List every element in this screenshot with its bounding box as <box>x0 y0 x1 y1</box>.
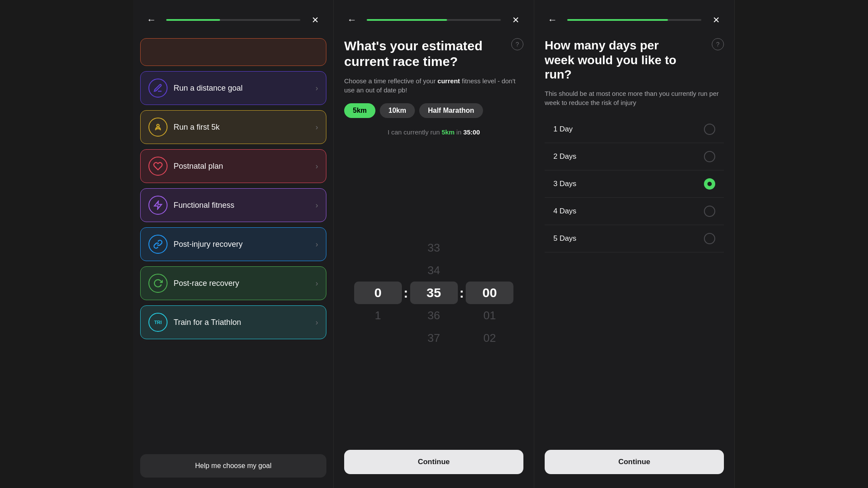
tri-text: TRI <box>154 320 162 325</box>
goal-label-triathlon: Train for a Triathlon <box>174 318 316 327</box>
help-choose-button[interactable]: Help me choose my goal <box>140 454 326 478</box>
goals-list: Run a distance goal › Run a first 5k › P… <box>133 35 333 451</box>
panel3-subtitle: This should be at most once more than yo… <box>545 89 724 107</box>
sec-below1: 01 <box>466 304 513 327</box>
subtitle-pre: Choose a time reflective of your <box>344 77 437 85</box>
radio-3[interactable] <box>704 178 715 190</box>
panel-goals: ← ✕ Run a distance goal › <box>133 0 334 488</box>
close-button-2[interactable]: ✕ <box>508 12 523 28</box>
chevron-injury: › <box>316 240 318 249</box>
top-bar-1: ← ✕ <box>133 0 333 35</box>
back-button-1[interactable]: ← <box>144 12 159 28</box>
current-pre: I can currently run <box>388 128 441 136</box>
goal-label-injury: Post-injury recovery <box>174 240 316 249</box>
help-icon-2[interactable]: ? <box>511 38 523 50</box>
panel2-subtitle: Choose a time reflective of your current… <box>344 76 523 95</box>
chevron-triathlon: › <box>316 318 318 327</box>
day-item-2[interactable]: 2 Days <box>545 143 724 170</box>
day-item-4[interactable]: 4 Days <box>545 198 724 225</box>
chevron-recovery: › <box>316 279 318 288</box>
day-item-3[interactable]: 3 Days <box>545 170 724 198</box>
current-time-display: I can currently run 5km in 35:00 <box>344 128 523 136</box>
radio-4[interactable] <box>704 206 715 217</box>
goal-item-postnatal[interactable]: Postnatal plan › <box>140 149 326 183</box>
svg-marker-1 <box>155 201 162 209</box>
tab-5km[interactable]: 5km <box>344 103 375 118</box>
min-below2: 37 <box>410 327 458 349</box>
goal-label-distance: Run a distance goal <box>174 84 316 93</box>
day-label-1: 1 Day <box>553 125 572 134</box>
radio-2[interactable] <box>704 151 715 162</box>
continue-button-3[interactable]: Continue <box>545 450 724 474</box>
chevron-5k: › <box>316 123 318 132</box>
chevron-distance: › <box>316 84 318 93</box>
close-button-3[interactable]: ✕ <box>708 12 724 28</box>
goal-icon-distance <box>148 79 168 98</box>
day-label-2: 2 Days <box>553 152 576 161</box>
back-icon-2: ← <box>347 14 357 26</box>
time-picker: 0 1 : 33 34 35 36 37 : 00 01 02 <box>344 143 523 443</box>
hour-above <box>354 259 402 282</box>
day-item-5[interactable]: 5 Days <box>545 225 724 252</box>
panel-race-time: ← ✕ What's your estimated current race t… <box>334 0 534 488</box>
panel3-header: How many days per week would you like to… <box>545 38 724 89</box>
top-bar-3: ← ✕ <box>534 0 734 35</box>
progress-fill-3 <box>567 19 668 21</box>
goal-icon-postnatal <box>148 157 168 176</box>
close-button-1[interactable]: ✕ <box>307 12 323 28</box>
min-above1: 34 <box>410 259 458 282</box>
goal-icon-5k <box>148 118 168 137</box>
goal-label-postnatal: Postnatal plan <box>174 162 316 171</box>
goal-item-5k[interactable]: Run a first 5k › <box>140 110 326 144</box>
sec-selected: 00 <box>466 282 513 304</box>
chevron-functional: › <box>316 201 318 210</box>
goal-item-recovery[interactable]: Post-race recovery › <box>140 266 326 300</box>
min-above2: 33 <box>410 236 458 259</box>
goal-icon-triathlon: TRI <box>148 313 168 332</box>
tab-10km[interactable]: 10km <box>380 103 415 118</box>
back-button-3[interactable]: ← <box>545 12 560 28</box>
progress-bar-1 <box>166 19 300 21</box>
continue-button-2[interactable]: Continue <box>344 450 523 474</box>
radio-inner-3 <box>707 182 712 186</box>
progress-fill-1 <box>166 19 220 21</box>
goal-icon-recovery <box>148 274 168 293</box>
seconds-column[interactable]: 00 01 02 <box>466 236 513 349</box>
separator-1: : <box>402 285 410 301</box>
days-list: 1 Day 2 Days 3 Days 4 Days 5 Days <box>545 116 724 450</box>
goal-item-injury[interactable]: Post-injury recovery › <box>140 227 326 261</box>
back-button-2[interactable]: ← <box>344 12 360 28</box>
day-item-1[interactable]: 1 Day <box>545 116 724 143</box>
tab-half-marathon[interactable]: Half Marathon <box>419 103 483 118</box>
sec-below2: 02 <box>466 327 513 349</box>
hours-column[interactable]: 0 1 <box>354 259 402 327</box>
svg-point-0 <box>157 124 159 127</box>
chevron-postnatal: › <box>316 162 318 171</box>
goal-label-functional: Functional fitness <box>174 201 316 210</box>
progress-bar-2 <box>367 19 501 21</box>
min-below1: 36 <box>410 304 458 327</box>
progress-fill-2 <box>367 19 447 21</box>
goal-item-distance[interactable]: Run a distance goal › <box>140 71 326 105</box>
goal-label-5k: Run a first 5k <box>174 123 316 132</box>
partial-goal-item <box>140 38 326 66</box>
panel-days: ← ✕ How many days per week would you lik… <box>534 0 735 488</box>
panel2-title: What's your estimated current race time? <box>344 38 492 69</box>
goal-icon-functional <box>148 196 168 215</box>
minutes-column[interactable]: 33 34 35 36 37 <box>410 236 458 349</box>
hour-selected: 0 <box>354 282 402 304</box>
hour-below: 1 <box>354 304 402 327</box>
radio-1[interactable] <box>704 124 715 135</box>
panel2-content: What's your estimated current race time?… <box>334 35 534 488</box>
day-label-5: 5 Days <box>553 234 576 243</box>
radio-5[interactable] <box>704 233 715 244</box>
panel2-header: What's your estimated current race time?… <box>344 38 523 76</box>
goal-item-functional[interactable]: Functional fitness › <box>140 188 326 222</box>
sec-above1 <box>466 259 513 282</box>
current-time: 35:00 <box>463 128 480 136</box>
current-mid: in <box>454 128 463 136</box>
panel3-content: How many days per week would you like to… <box>534 35 734 488</box>
help-icon-3[interactable]: ? <box>712 38 724 50</box>
goal-item-triathlon[interactable]: TRI Train for a Triathlon › <box>140 305 326 339</box>
subtitle-bold: current <box>437 77 460 85</box>
